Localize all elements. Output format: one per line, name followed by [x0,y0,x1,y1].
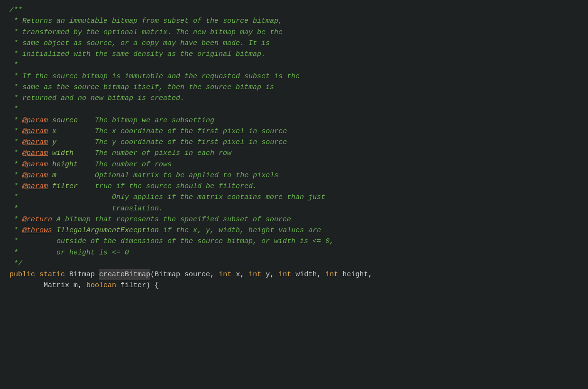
comment-filter-cont1: * Only applies if the matrix contains mo… [9,192,579,203]
comment-line-4: * same object as source, or a copy may h… [9,38,579,49]
comment-line-1: /** [9,5,579,16]
comment-param-filter: * @param filter true if the source shoul… [9,181,579,192]
comment-line-7: * If the source bitmap is immutable and … [9,71,579,82]
comment-throws-cont2: * or height is <= 0 [9,247,579,258]
comment-param-height: * @param height The number of rows [9,159,579,170]
code-editor: /** * Returns an immutable bitmap from s… [0,0,588,389]
comment-param-m: * @param m Optional matrix to be applied… [9,170,579,181]
comment-param-y: * @param y The y coordinate of the first… [9,137,579,148]
comment-param-source: * @param source The bitmap we are subset… [9,115,579,126]
comment-line-3: * transformed by the optional matrix. Th… [9,27,579,38]
comment-param-x: * @param x The x coordinate of the first… [9,126,579,137]
comment-line-6: * [9,60,579,71]
comment-line-5: * initialized with the same density as t… [9,49,579,60]
comment-throws-cont1: * outside of the dimensions of the sourc… [9,236,579,247]
signature-line-2: Matrix m, boolean filter) { [9,280,579,291]
comment-param-width: * @param width The number of pixels in e… [9,148,579,159]
comment-line-9: * returned and no new bitmap is created. [9,93,579,104]
comment-line-2: * Returns an immutable bitmap from subse… [9,16,579,27]
comment-filter-cont2: * translation. [9,203,579,214]
comment-line-10: * [9,104,579,115]
comment-return: * @return A bitmap that represents the s… [9,214,579,225]
comment-throws: * @throws IllegalArgumentException if th… [9,225,579,236]
comment-close: */ [9,258,579,269]
comment-line-8: * same as the source bitmap itself, then… [9,82,579,93]
signature-line-1: public static Bitmap createBitmap(Bitmap… [9,269,579,280]
